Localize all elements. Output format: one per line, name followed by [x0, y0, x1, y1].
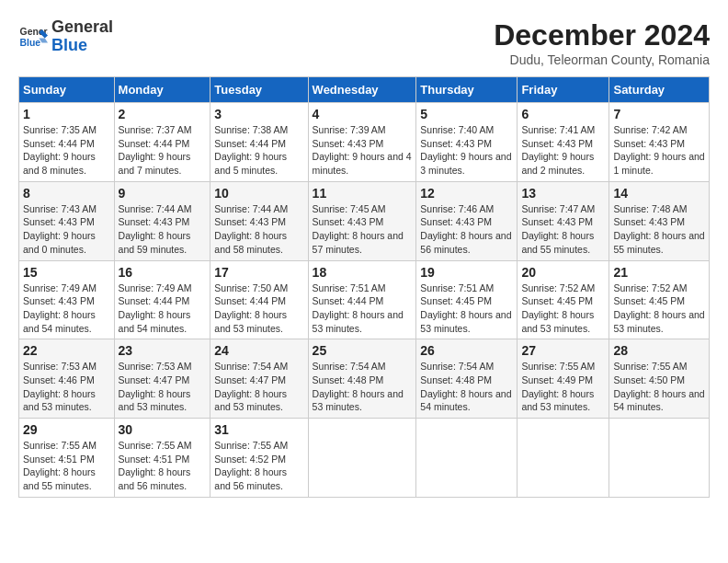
daylight-text: Daylight: 9 hours and 8 minutes.: [23, 150, 110, 177]
day-info: Sunrise: 7:55 AM Sunset: 4:50 PM Dayligh…: [613, 360, 705, 414]
sunset-text: Sunset: 4:43 PM: [23, 294, 110, 308]
sunset-text: Sunset: 4:48 PM: [420, 373, 513, 387]
day-cell: 2 Sunrise: 7:37 AM Sunset: 4:44 PM Dayli…: [114, 103, 210, 182]
day-cell: 12 Sunrise: 7:46 AM Sunset: 4:43 PM Dayl…: [416, 181, 518, 260]
day-number: 28: [613, 343, 705, 358]
day-number: 17: [214, 265, 303, 280]
sunrise-text: Sunrise: 7:52 AM: [521, 282, 605, 295]
sunrise-text: Sunrise: 7:44 AM: [119, 202, 207, 216]
daylight-text: Daylight: 8 hours and 53 minutes.: [521, 387, 605, 414]
sunrise-text: Sunrise: 7:49 AM: [23, 282, 110, 295]
sunrise-text: Sunrise: 7:49 AM: [119, 282, 207, 295]
daylight-text: Daylight: 8 hours and 54 minutes.: [420, 387, 513, 414]
day-cell: 1 Sunrise: 7:35 AM Sunset: 4:44 PM Dayli…: [19, 103, 115, 182]
daylight-text: Daylight: 8 hours and 55 minutes.: [521, 229, 605, 256]
sunrise-text: Sunrise: 7:55 AM: [214, 439, 303, 453]
sunset-text: Sunset: 4:51 PM: [23, 453, 110, 466]
sunset-text: Sunset: 4:49 PM: [521, 373, 605, 387]
sunrise-text: Sunrise: 7:54 AM: [420, 360, 513, 373]
sunset-text: Sunset: 4:44 PM: [23, 137, 110, 151]
day-number: 11: [313, 186, 413, 201]
daylight-text: Daylight: 8 hours and 59 minutes.: [119, 229, 207, 256]
day-number: 6: [521, 107, 605, 121]
day-cell: 18 Sunrise: 7:51 AM Sunset: 4:44 PM Dayl…: [308, 260, 416, 339]
day-number: 26: [420, 343, 513, 358]
daylight-text: Daylight: 8 hours and 58 minutes.: [214, 229, 303, 256]
sunrise-text: Sunrise: 7:48 AM: [613, 202, 705, 216]
day-info: Sunrise: 7:53 AM Sunset: 4:47 PM Dayligh…: [119, 360, 207, 414]
sunrise-text: Sunrise: 7:51 AM: [420, 282, 513, 295]
day-info: Sunrise: 7:52 AM Sunset: 4:45 PM Dayligh…: [613, 282, 705, 336]
day-number: 8: [23, 186, 110, 201]
week-row: 15 Sunrise: 7:49 AM Sunset: 4:43 PM Dayl…: [19, 260, 710, 339]
daylight-text: Daylight: 8 hours and 57 minutes.: [313, 229, 413, 256]
day-info: Sunrise: 7:55 AM Sunset: 4:49 PM Dayligh…: [521, 360, 605, 414]
sunset-text: Sunset: 4:43 PM: [313, 137, 413, 151]
day-info: Sunrise: 7:49 AM Sunset: 4:44 PM Dayligh…: [119, 282, 207, 336]
day-cell: 5 Sunrise: 7:40 AM Sunset: 4:43 PM Dayli…: [416, 103, 518, 182]
title-area: December 2024 Dudu, Teleorman County, Ro…: [494, 18, 710, 67]
day-cell: 15 Sunrise: 7:49 AM Sunset: 4:43 PM Dayl…: [19, 260, 115, 339]
sunrise-text: Sunrise: 7:54 AM: [214, 360, 303, 373]
sunset-text: Sunset: 4:44 PM: [214, 137, 303, 151]
sunset-text: Sunset: 4:45 PM: [521, 294, 605, 308]
daylight-text: Daylight: 8 hours and 54 minutes.: [23, 308, 110, 335]
col-header-sunday: Sunday: [19, 77, 115, 103]
sunrise-text: Sunrise: 7:55 AM: [613, 360, 705, 373]
sunset-text: Sunset: 4:43 PM: [521, 137, 605, 151]
sunset-text: Sunset: 4:47 PM: [214, 373, 303, 387]
sunset-text: Sunset: 4:43 PM: [420, 215, 513, 229]
daylight-text: Daylight: 8 hours and 56 minutes.: [119, 465, 207, 492]
day-cell: 22 Sunrise: 7:53 AM Sunset: 4:46 PM Dayl…: [19, 339, 115, 419]
daylight-text: Daylight: 8 hours and 55 minutes.: [23, 465, 110, 492]
day-number: 5: [420, 107, 513, 121]
daylight-text: Daylight: 8 hours and 56 minutes.: [420, 229, 513, 256]
daylight-text: Daylight: 8 hours and 53 minutes.: [613, 308, 705, 335]
day-info: Sunrise: 7:46 AM Sunset: 4:43 PM Dayligh…: [420, 202, 513, 257]
sunrise-text: Sunrise: 7:47 AM: [521, 202, 605, 216]
day-cell: 21 Sunrise: 7:52 AM Sunset: 4:45 PM Dayl…: [609, 260, 710, 339]
header: General Blue General Blue December 2024 …: [18, 18, 710, 67]
sunset-text: Sunset: 4:43 PM: [23, 215, 110, 229]
day-cell: 28 Sunrise: 7:55 AM Sunset: 4:50 PM Dayl…: [609, 339, 710, 419]
day-info: Sunrise: 7:52 AM Sunset: 4:45 PM Dayligh…: [521, 282, 605, 336]
sunrise-text: Sunrise: 7:53 AM: [23, 360, 110, 373]
day-cell: 26 Sunrise: 7:54 AM Sunset: 4:48 PM Dayl…: [416, 339, 518, 419]
day-info: Sunrise: 7:44 AM Sunset: 4:43 PM Dayligh…: [119, 202, 207, 257]
day-number: 16: [119, 265, 207, 280]
sunrise-text: Sunrise: 7:40 AM: [420, 123, 513, 137]
sunrise-text: Sunrise: 7:53 AM: [119, 360, 207, 373]
logo-icon: General Blue: [18, 22, 48, 52]
day-cell: [416, 419, 518, 498]
day-cell: 14 Sunrise: 7:48 AM Sunset: 4:43 PM Dayl…: [609, 181, 710, 260]
day-number: 21: [613, 265, 705, 280]
day-number: 22: [23, 343, 110, 358]
day-cell: 8 Sunrise: 7:43 AM Sunset: 4:43 PM Dayli…: [19, 181, 115, 260]
day-info: Sunrise: 7:47 AM Sunset: 4:43 PM Dayligh…: [521, 202, 605, 257]
daylight-text: Daylight: 8 hours and 53 minutes.: [214, 387, 303, 414]
day-info: Sunrise: 7:55 AM Sunset: 4:51 PM Dayligh…: [119, 439, 207, 493]
day-info: Sunrise: 7:50 AM Sunset: 4:44 PM Dayligh…: [214, 282, 303, 336]
daylight-text: Daylight: 8 hours and 53 minutes.: [214, 308, 303, 335]
day-number: 9: [119, 186, 207, 201]
col-header-friday: Friday: [518, 77, 609, 103]
daylight-text: Daylight: 8 hours and 54 minutes.: [119, 308, 207, 335]
sunrise-text: Sunrise: 7:39 AM: [313, 123, 413, 137]
day-info: Sunrise: 7:45 AM Sunset: 4:43 PM Dayligh…: [313, 202, 413, 257]
day-number: 24: [214, 343, 303, 358]
day-cell: 31 Sunrise: 7:55 AM Sunset: 4:52 PM Dayl…: [210, 419, 308, 498]
calendar-table: SundayMondayTuesdayWednesdayThursdayFrid…: [18, 76, 710, 498]
day-number: 14: [613, 186, 705, 201]
day-number: 27: [521, 343, 605, 358]
col-header-saturday: Saturday: [609, 77, 710, 103]
day-number: 12: [420, 186, 513, 201]
day-number: 29: [23, 422, 110, 437]
day-cell: [518, 419, 609, 498]
day-info: Sunrise: 7:54 AM Sunset: 4:48 PM Dayligh…: [313, 360, 413, 414]
sunset-text: Sunset: 4:46 PM: [23, 373, 110, 387]
day-number: 3: [214, 107, 303, 121]
daylight-text: Daylight: 8 hours and 53 minutes.: [521, 308, 605, 335]
header-row: SundayMondayTuesdayWednesdayThursdayFrid…: [19, 77, 710, 103]
week-row: 8 Sunrise: 7:43 AM Sunset: 4:43 PM Dayli…: [19, 181, 710, 260]
sunset-text: Sunset: 4:43 PM: [613, 215, 705, 229]
